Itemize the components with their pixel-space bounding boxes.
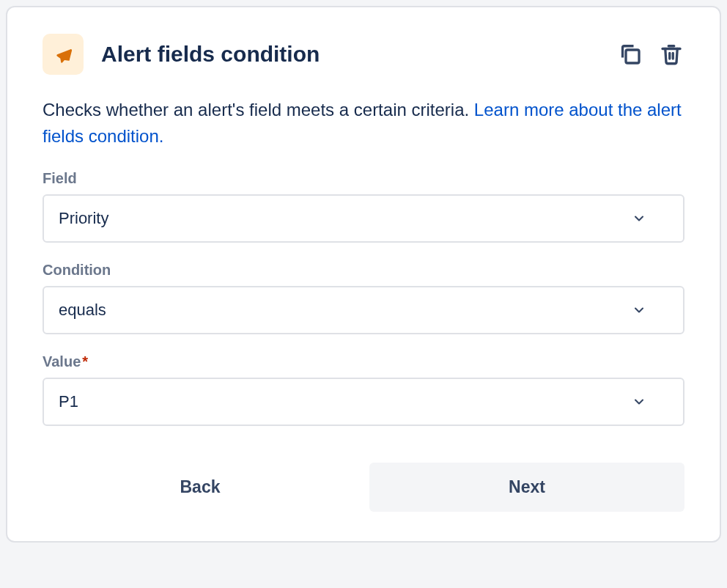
field-group-condition: Condition equals bbox=[43, 262, 684, 334]
bell-alert-icon bbox=[51, 42, 75, 67]
header-icon-badge bbox=[43, 34, 84, 75]
condition-select[interactable]: equals bbox=[43, 286, 684, 334]
svg-rect-0 bbox=[626, 50, 639, 63]
description-text: Checks whether an alert's field meets a … bbox=[43, 100, 474, 120]
back-button[interactable]: Back bbox=[43, 463, 358, 512]
value-label: Value* bbox=[43, 353, 684, 370]
card-title: Alert fields condition bbox=[101, 42, 599, 67]
copy-icon bbox=[617, 41, 643, 67]
header-actions bbox=[617, 41, 684, 67]
field-group-field: Field Priority bbox=[43, 170, 684, 243]
chevron-down-icon bbox=[632, 211, 646, 226]
delete-button[interactable] bbox=[658, 41, 684, 67]
duplicate-button[interactable] bbox=[617, 41, 643, 67]
trash-icon bbox=[658, 41, 684, 67]
value-select-value: P1 bbox=[59, 392, 78, 411]
alert-fields-condition-card: Alert fields condition Checks whether bbox=[6, 6, 721, 543]
field-select[interactable]: Priority bbox=[43, 194, 684, 243]
field-group-value: Value* P1 bbox=[43, 353, 684, 426]
field-select-value: Priority bbox=[59, 209, 108, 228]
chevron-down-icon bbox=[632, 303, 646, 317]
condition-select-value: equals bbox=[59, 301, 106, 320]
value-select[interactable]: P1 bbox=[43, 378, 684, 426]
header-row: Alert fields condition bbox=[43, 34, 684, 75]
footer-row: Back Next bbox=[43, 463, 684, 512]
card-description: Checks whether an alert's field meets a … bbox=[43, 97, 684, 150]
chevron-down-icon bbox=[632, 394, 646, 409]
condition-label: Condition bbox=[43, 262, 684, 279]
next-button[interactable]: Next bbox=[369, 463, 684, 512]
field-label: Field bbox=[43, 170, 684, 187]
required-indicator: * bbox=[82, 353, 88, 370]
